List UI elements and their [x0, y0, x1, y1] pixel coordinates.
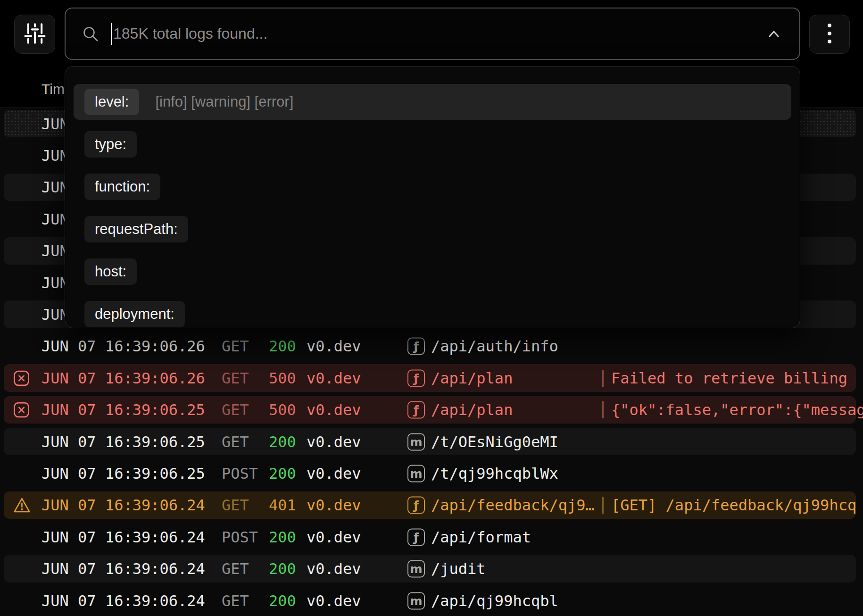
log-row[interactable]: JUN 07 16:39:06.24 POST 200 v0.dev ƒ /ap…	[0, 521, 863, 553]
log-row[interactable]: JUN 07 16:39:06.25 GET 500 v0.dev ƒ /api…	[0, 394, 863, 426]
log-status-code: 200	[269, 561, 296, 576]
suggestion-level-pill[interactable]: level:	[84, 89, 139, 115]
log-row[interactable]: JUN 07 16:39:06.26 GET 500 v0.dev ƒ /api…	[0, 362, 863, 394]
log-status-code: 500	[269, 402, 296, 417]
log-row[interactable]: JUN 07 16:39:06.25 GET 200 v0.dev m /t/O…	[0, 426, 863, 458]
middleware-icon: m	[407, 465, 425, 482]
search-placeholder: 185K total logs found...	[113, 25, 267, 42]
suggestion-level-hint: [info] [warning] [error]	[155, 93, 293, 110]
log-request-path: /api/auth/info	[431, 339, 558, 354]
function-icon: ƒ	[407, 338, 425, 355]
log-method: GET	[222, 371, 249, 386]
log-request-path: /t/qj99hcqblWx	[431, 466, 558, 481]
log-timestamp: JUN 07 16:39:06.24	[41, 593, 205, 608]
log-host: v0.dev	[307, 561, 361, 576]
function-icon: ƒ	[407, 401, 425, 419]
log-status-code: 500	[269, 371, 296, 386]
log-status-code: 200	[269, 530, 296, 545]
search-suggestions-dropdown: level: [info] [warning] [error] type:fun…	[65, 66, 800, 328]
log-host: v0.dev	[307, 593, 361, 608]
log-request-path: /api/feedback/qj9…	[431, 498, 595, 513]
log-method: GET	[222, 593, 249, 608]
suggestion-host[interactable]: host:	[84, 258, 137, 285]
log-request-path: /api/format	[431, 530, 531, 545]
middleware-icon: m	[407, 592, 425, 609]
log-message: [GET] /api/feedback/qj99hcq	[611, 498, 856, 513]
log-message: Failed to retrieve billing	[611, 371, 847, 386]
middleware-icon: m	[407, 433, 425, 450]
log-row[interactable]: JUN 07 16:39:06.26 GET 200 v0.dev ƒ /api…	[0, 331, 863, 362]
suggestion-type[interactable]: type:	[84, 131, 137, 158]
log-host: v0.dev	[307, 339, 361, 354]
function-icon: ƒ	[407, 497, 425, 514]
log-host: v0.dev	[307, 371, 361, 386]
message-divider	[602, 401, 604, 418]
log-timestamp: JUN 07 16:39:06.24	[41, 498, 205, 513]
level-icon	[13, 369, 30, 387]
suggestion-requestPath[interactable]: requestPath:	[84, 216, 188, 242]
function-icon: ƒ	[407, 369, 425, 387]
middleware-icon: m	[407, 560, 425, 578]
log-timestamp: JUN 07 16:39:06.26	[41, 339, 205, 354]
sliders-icon	[22, 21, 48, 48]
log-request-path: /t/OEsNiGg0eMI	[431, 434, 558, 450]
log-status-code: 200	[269, 466, 296, 481]
suggestion-function[interactable]: function:	[84, 174, 160, 200]
log-host: v0.dev	[307, 498, 361, 513]
level-icon	[13, 497, 31, 514]
filter-button[interactable]	[14, 15, 55, 54]
log-message: {"ok":false,"error":{"messag	[611, 402, 863, 417]
chevron-up-icon[interactable]	[764, 27, 783, 41]
log-method: GET	[222, 498, 249, 513]
log-row[interactable]: JUN 07 16:39:06.24 GET 401 v0.dev ƒ /api…	[0, 490, 863, 521]
suggestion-level[interactable]: level: [info] [warning] [error]	[74, 84, 791, 120]
level-icon	[13, 401, 30, 419]
log-timestamp: JUN 07 16:39:06.24	[41, 561, 205, 576]
log-status-code: 200	[269, 339, 296, 354]
message-divider	[602, 497, 604, 514]
log-method: GET	[222, 402, 249, 417]
log-status-code: 200	[269, 593, 296, 608]
log-timestamp: JUN 07 16:39:06.26	[41, 371, 205, 386]
log-request-path: /api/plan	[431, 371, 513, 386]
log-host: v0.dev	[307, 530, 361, 545]
log-timestamp: JUN 07 16:39:06.24	[41, 530, 205, 545]
log-timestamp: JUN 07 16:39:06.25	[41, 434, 205, 450]
timestamp-column-header: Tim	[41, 81, 65, 97]
log-host: v0.dev	[307, 402, 361, 417]
text-caret	[111, 23, 112, 45]
search-input[interactable]: 185K total logs found...	[65, 8, 800, 60]
log-host: v0.dev	[307, 434, 361, 450]
log-method: POST	[222, 530, 258, 545]
kebab-menu-icon	[826, 21, 833, 48]
log-method: GET	[222, 434, 249, 450]
log-method: POST	[222, 466, 258, 481]
log-timestamp: JUN 07 16:39:06.25	[41, 466, 205, 481]
log-row[interactable]: JUN 07 16:39:06.24 GET 200 v0.dev m /jud…	[0, 553, 863, 584]
function-icon: ƒ	[407, 528, 425, 546]
more-options-button[interactable]	[809, 15, 850, 54]
log-host: v0.dev	[307, 466, 361, 481]
log-request-path: /api/plan	[431, 402, 513, 417]
log-request-path: /judit	[431, 561, 486, 576]
log-status-code: 401	[269, 498, 296, 513]
log-row[interactable]: JUN 07 16:39:06.24 GET 200 v0.dev m /api…	[0, 585, 863, 616]
log-status-code: 200	[269, 434, 296, 450]
log-method: GET	[222, 561, 249, 576]
search-icon	[82, 25, 100, 43]
log-request-path: /api/qj99hcqbl	[431, 593, 558, 608]
log-timestamp: JUN 07 16:39:06.25	[41, 402, 205, 417]
message-divider	[602, 370, 604, 387]
suggestion-deployment[interactable]: deployment:	[84, 301, 185, 327]
logs-toolbar: 185K total logs found...	[0, 0, 863, 71]
log-row[interactable]: JUN 07 16:39:06.25 POST 200 v0.dev m /t/…	[0, 458, 863, 489]
log-method: GET	[222, 339, 249, 354]
